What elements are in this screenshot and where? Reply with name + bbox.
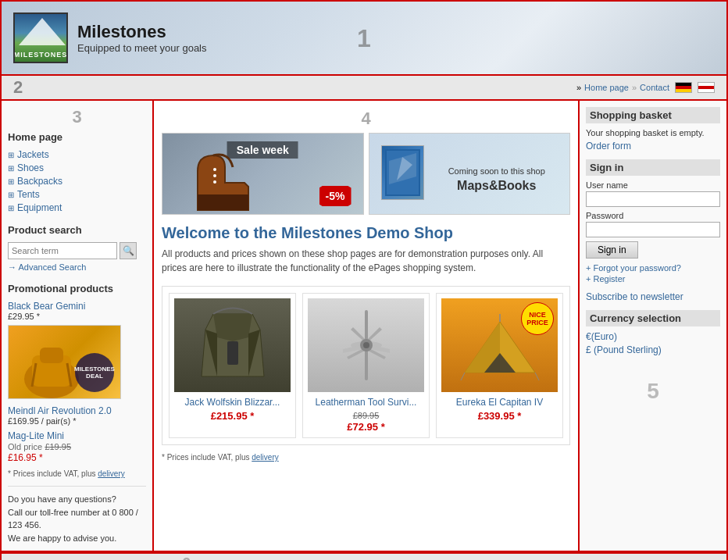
nice-price-badge: NICEPRICE: [521, 302, 554, 335]
promo-section-label: Promotional products: [8, 283, 146, 296]
tool-old-price: £89.95: [353, 411, 380, 420]
sign-in-title: Sign in: [586, 159, 720, 176]
product-search-box: Product search 🔍 → Advanced Search: [8, 224, 146, 272]
jacket-link[interactable]: Jack Wolfskin Blizzar...: [174, 397, 291, 408]
contact-box: Do you have any questions?Call our toll-…: [8, 486, 146, 544]
nav-tents-link[interactable]: ⊞ Tents: [8, 189, 146, 200]
nav-shoes-link[interactable]: ⊞ Shoes: [8, 162, 146, 173]
sidebar-right: Shopping basket Your shopping basket is …: [578, 101, 726, 551]
navbar-number: 2: [13, 77, 23, 98]
nav-backpacks-label: Backpacks: [17, 176, 62, 187]
maglite-link[interactable]: Mag-Lite Mini: [8, 430, 64, 441]
username-label: User name: [586, 180, 720, 190]
flag-de-icon[interactable]: [675, 82, 692, 93]
header-number: 1: [357, 23, 371, 52]
newsletter-link[interactable]: Subscribe to newsletter: [586, 291, 720, 302]
search-input[interactable]: [8, 242, 117, 259]
tree-expand-icon: ⊞: [8, 151, 14, 159]
meindl-product: Meindl Air Revolution 2.0 £169.95 / pair…: [8, 405, 146, 426]
nav-jackets-link[interactable]: ⊞ Jackets: [8, 149, 146, 160]
tree-expand-icon: ⊞: [8, 204, 14, 212]
nav-equipment-link[interactable]: ⊞ Equipment: [8, 202, 146, 213]
site-name: Milestones: [77, 22, 207, 42]
promo-image: MILESTONES DEAL: [8, 325, 121, 399]
tent-link[interactable]: Eureka El Capitan IV: [441, 397, 558, 408]
delivery-link[interactable]: delivery: [98, 469, 124, 478]
svg-point-5: [213, 168, 216, 171]
tool-link[interactable]: Leatherman Tool Survi...: [308, 397, 424, 408]
center-content: 4 Sale week -5%: [154, 101, 578, 551]
home-page-label: Home page: [8, 131, 146, 144]
nav-contact-link[interactable]: Contact: [640, 83, 669, 92]
list-item: ⊞ Backpacks: [8, 176, 146, 187]
maglite-price: £16.95 *: [8, 452, 146, 463]
nav-bar: 2 » Home page » Contact: [2, 76, 726, 101]
search-button[interactable]: 🔍: [120, 242, 137, 259]
currency-euro[interactable]: €(Euro): [586, 331, 720, 342]
header: MILESTONES Milestones Equipped to meet y…: [2, 2, 726, 76]
product-grid: Jack Wolfskin Blizzar... £215.95 *: [162, 286, 570, 445]
discount-badge: -5%: [319, 186, 352, 206]
black-bear-link[interactable]: Black Bear Gemini: [8, 301, 146, 312]
center-delivery-link[interactable]: delivery: [252, 453, 278, 462]
tent-image: NICEPRICE: [441, 298, 558, 392]
banner-books[interactable]: Coming soon to this shop Maps&Books: [369, 133, 571, 215]
promo-section: Promotional products Black Bear Gemini £…: [8, 283, 146, 478]
banner-row: Sale week -5%: [162, 133, 570, 215]
site-tagline: Equipped to meet your goals: [77, 42, 207, 54]
svg-point-14: [363, 342, 369, 348]
list-item: ⊞ Shoes: [8, 162, 146, 173]
nav-tents-label: Tents: [17, 189, 40, 200]
price-note: * Prices include VAT, plus delivery: [8, 469, 146, 478]
advanced-search-link[interactable]: → Advanced Search: [8, 262, 146, 272]
svg-point-6: [213, 174, 216, 177]
sidebar-left-number: 3: [8, 107, 146, 127]
tree-expand-icon: ⊞: [8, 164, 14, 173]
svg-rect-10: [227, 341, 238, 365]
svg-line-17: [535, 373, 539, 380]
nav-backpacks-link[interactable]: ⊞ Backpacks: [8, 176, 146, 187]
footer-number: 6: [182, 555, 191, 560]
coming-soon-text: Coming soon to this shop: [448, 166, 545, 176]
jacket-price: £215.95 *: [174, 410, 291, 422]
flag-gb-icon[interactable]: [698, 82, 715, 93]
sign-in-widget: Sign in User name Password Sign in + For…: [586, 159, 720, 284]
nav-equipment-label: Equipment: [17, 202, 62, 213]
password-input[interactable]: [586, 222, 720, 237]
promo-badge: MILESTONES DEAL: [75, 353, 114, 392]
tent-price: £339.95 *: [441, 410, 558, 422]
sign-in-button[interactable]: Sign in: [586, 241, 638, 259]
maps-books-title: Maps&Books: [448, 179, 545, 193]
tree-expand-icon: ⊞: [8, 191, 14, 199]
header-title: Milestones Equipped to meet your goals: [77, 22, 207, 54]
basket-empty-text: Your shopping basket is empty.: [586, 128, 720, 137]
welcome-title: Welcome to the Milestones Demo Shop: [162, 224, 570, 242]
password-label: Password: [586, 211, 720, 220]
book-cover: [381, 145, 424, 200]
list-item: ⊞ Jackets: [8, 149, 146, 160]
center-number: 4: [162, 109, 570, 129]
list-item: ⊞ Tents: [8, 189, 146, 200]
order-form-link[interactable]: Order form: [586, 141, 720, 152]
svg-point-7: [213, 180, 216, 184]
nav-home-link[interactable]: Home page: [584, 83, 629, 92]
register-link[interactable]: + Register: [586, 274, 720, 284]
logo-box: MILESTONES: [13, 12, 68, 63]
currency-gbp[interactable]: £ (Pound Sterling): [586, 344, 720, 355]
username-input[interactable]: [586, 191, 720, 207]
nav-shoes-label: Shoes: [17, 162, 44, 173]
jacket-image: [174, 298, 291, 392]
forgot-password-link[interactable]: + Forgot your password?: [586, 263, 720, 273]
nav-jackets-label: Jackets: [17, 149, 49, 160]
welcome-text: All products and prices shown on these s…: [162, 247, 570, 275]
tool-old-price-row: £89.95: [308, 410, 424, 421]
svg-line-16: [461, 373, 465, 380]
basket-title: Shopping basket: [586, 107, 720, 123]
meindl-link[interactable]: Meindl Air Revolution 2.0: [8, 405, 112, 416]
product-search-label: Product search: [8, 224, 146, 237]
maglite-product: Mag-Lite Mini Old price £19.95 £16.95 *: [8, 430, 146, 463]
right-sidebar-number: 5: [586, 379, 720, 404]
nav-links: » Home page » Contact: [576, 82, 715, 93]
banner-sale[interactable]: Sale week -5%: [162, 133, 364, 215]
footer-nav: 6 » Contact information » Terms and Cond…: [2, 552, 726, 560]
